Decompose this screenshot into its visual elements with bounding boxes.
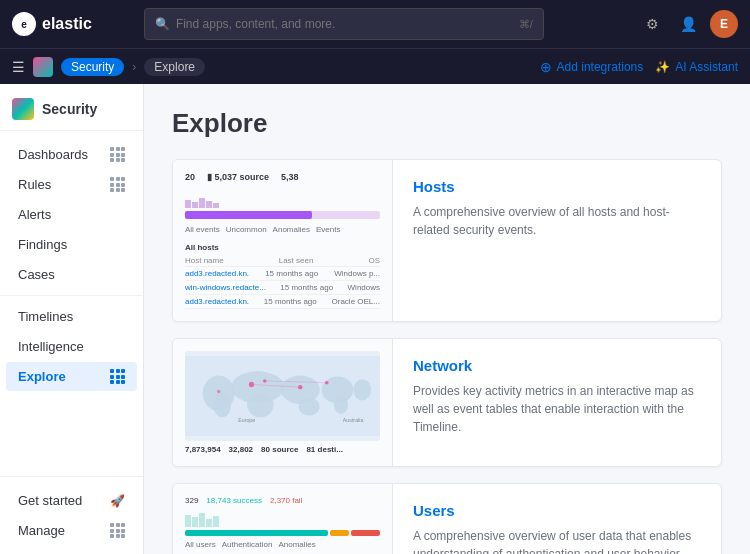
tab-anomalies: Anomalies: [273, 225, 310, 234]
users-chart: [185, 509, 380, 527]
svg-point-2: [213, 392, 231, 417]
sidebar-item-intelligence[interactable]: Intelligence: [6, 332, 137, 361]
grid-icon-rules: [110, 177, 125, 192]
world-map-svg: Australia Europe: [185, 351, 380, 441]
svg-point-8: [334, 396, 348, 414]
sidebar-label-intelligence: Intelligence: [18, 339, 84, 354]
hosts-preview: 20 ▮ 5,037 source 5,38: [173, 160, 393, 321]
sidebar-item-explore[interactable]: Explore: [6, 362, 137, 391]
sidebar-logo-icon: [12, 98, 34, 120]
svg-point-4: [247, 392, 274, 417]
tab-anomalies-users: Anomalies: [278, 540, 315, 549]
world-map: Australia Europe: [185, 351, 380, 441]
elastic-logo-icon: e: [12, 12, 36, 36]
hosts-card-content[interactable]: Hosts A comprehensive overview of all ho…: [393, 160, 721, 321]
settings-button[interactable]: ⚙: [638, 10, 666, 38]
users-card: 329 18,743 success 2,370 fail: [172, 483, 722, 554]
network-stats: 7,873,954 32,802 80 source 81 desti...: [185, 445, 380, 454]
search-icon: 🔍: [155, 17, 170, 31]
elastic-dot-icon: [33, 57, 53, 77]
svg-point-6: [298, 398, 319, 416]
breadcrumb-security[interactable]: Security: [61, 58, 124, 76]
tab-events: Events: [316, 225, 340, 234]
users-title[interactable]: Users: [413, 502, 701, 519]
top-navigation: e elastic 🔍 ⌘/ ⚙ 👤 E: [0, 0, 750, 48]
sidebar-label-dashboards: Dashboards: [18, 147, 88, 162]
svg-text:Europe: Europe: [238, 417, 255, 423]
nav-right-actions: ⚙ 👤 E: [638, 10, 738, 38]
sidebar-label-alerts: Alerts: [18, 207, 51, 222]
hosts-bar: [185, 211, 380, 219]
add-integrations-label: Add integrations: [557, 60, 644, 74]
grid-icon: [110, 147, 125, 162]
add-integrations-button[interactable]: ⊕ Add integrations: [540, 59, 644, 75]
breadcrumb-explore[interactable]: Explore: [144, 58, 205, 76]
user-avatar[interactable]: E: [710, 10, 738, 38]
grid-icon-manage: [110, 523, 125, 538]
svg-text:Australia: Australia: [343, 417, 364, 423]
sidebar-item-manage[interactable]: Manage: [6, 516, 137, 545]
content-area: Explore 20 ▮ 5,037 source 5,38: [144, 84, 750, 554]
users-tabs: All users Authentication Anomalies: [185, 540, 380, 549]
network-preview: Australia Europe 7,873,954 32,802 80 sou…: [173, 339, 393, 466]
grid-icon-explore: [110, 369, 125, 384]
hosts-description: A comprehensive overview of all hosts an…: [413, 203, 701, 239]
users-stats: 329 18,743 success 2,370 fail: [185, 496, 380, 505]
sidebar-label-explore: Explore: [18, 369, 66, 384]
tab-uncommon: Uncommon: [226, 225, 267, 234]
ai-assistant-label: AI Assistant: [675, 60, 738, 74]
rocket-icon: 🚀: [110, 494, 125, 508]
sidebar-header: Security: [0, 84, 143, 131]
search-input[interactable]: [176, 17, 519, 31]
sidebar-label-rules: Rules: [18, 177, 51, 192]
main-layout: Security Dashboards Rules Ale: [0, 84, 750, 554]
help-button[interactable]: 👤: [674, 10, 702, 38]
network-card-content[interactable]: Network Provides key activity metrics in…: [393, 339, 721, 466]
sidebar-label-get-started: Get started: [18, 493, 82, 508]
search-shortcut: ⌘/: [519, 18, 533, 31]
users-bar: [185, 530, 380, 536]
hosts-all-label: All hosts: [185, 240, 380, 255]
sidebar-label-findings: Findings: [18, 237, 67, 252]
hamburger-menu[interactable]: ☰: [12, 59, 25, 75]
sidebar-bottom: Get started 🚀 Manage: [0, 476, 143, 554]
sidebar-navigation: Dashboards Rules Alerts Findings: [0, 131, 143, 476]
sidebar-item-findings[interactable]: Findings: [6, 230, 137, 259]
sidebar-item-alerts[interactable]: Alerts: [6, 200, 137, 229]
elastic-logo[interactable]: e elastic: [12, 12, 92, 36]
sidebar-title: Security: [42, 101, 97, 117]
ai-icon: ✨: [655, 60, 670, 74]
hosts-tabs: All events Uncommon Anomalies Events: [185, 225, 380, 234]
page-title: Explore: [172, 108, 722, 139]
hosts-table: Host nameLast seenOS add3.redacted.kn.15…: [185, 255, 380, 309]
sidebar-item-cases[interactable]: Cases: [6, 260, 137, 289]
network-title[interactable]: Network: [413, 357, 701, 374]
sidebar: Security Dashboards Rules Ale: [0, 84, 144, 554]
tab-all-users: All users: [185, 540, 216, 549]
sidebar-label-timelines: Timelines: [18, 309, 73, 324]
search-bar[interactable]: 🔍 ⌘/: [144, 8, 544, 40]
breadcrumb-separator: ›: [132, 60, 136, 74]
hosts-chart: [185, 188, 380, 208]
plus-icon: ⊕: [540, 59, 552, 75]
svg-point-14: [217, 390, 221, 394]
sidebar-item-get-started[interactable]: Get started 🚀: [6, 486, 137, 515]
hosts-title[interactable]: Hosts: [413, 178, 701, 195]
elastic-logo-text: elastic: [42, 15, 92, 33]
sidebar-item-dashboards[interactable]: Dashboards: [6, 140, 137, 169]
users-card-content[interactable]: Users A comprehensive overview of user d…: [393, 484, 721, 554]
table-row: add3.redacted.kn.15 months agoOracle OEL…: [185, 295, 380, 309]
sidebar-divider: [0, 295, 143, 296]
hosts-card: 20 ▮ 5,037 source 5,38: [172, 159, 722, 322]
breadcrumb-actions: ⊕ Add integrations ✨ AI Assistant: [540, 59, 738, 75]
ai-assistant-button[interactable]: ✨ AI Assistant: [655, 60, 738, 74]
network-description: Provides key activity metrics in an inte…: [413, 382, 701, 436]
sidebar-item-timelines[interactable]: Timelines: [6, 302, 137, 331]
users-description: A comprehensive overview of user data th…: [413, 527, 701, 554]
tab-allevents: All events: [185, 225, 220, 234]
users-preview: 329 18,743 success 2,370 fail: [173, 484, 393, 554]
hosts-stats: 20 ▮ 5,037 source 5,38: [185, 172, 380, 182]
tab-auth: Authentication: [222, 540, 273, 549]
sidebar-item-rules[interactable]: Rules: [6, 170, 137, 199]
sidebar-label-cases: Cases: [18, 267, 55, 282]
